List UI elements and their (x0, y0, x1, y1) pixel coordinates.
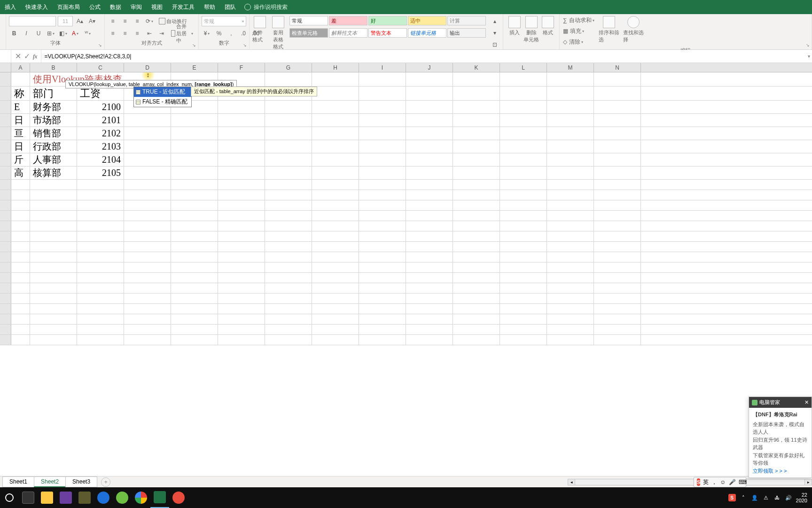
cell[interactable] (594, 200, 641, 210)
cell[interactable] (265, 231, 312, 241)
cell[interactable] (359, 325, 406, 334)
row-header[interactable] (0, 211, 11, 221)
cell[interactable] (171, 242, 218, 252)
column-header[interactable]: H (312, 63, 359, 72)
cell[interactable] (11, 72, 30, 86)
cell[interactable] (171, 283, 218, 293)
cell[interactable] (218, 140, 265, 153)
cell[interactable] (312, 304, 359, 314)
cell[interactable] (171, 127, 218, 140)
tray-network-icon[interactable]: 🖧 (773, 494, 781, 501)
cell[interactable] (171, 200, 218, 210)
cell[interactable] (124, 252, 171, 262)
cell[interactable] (359, 167, 406, 179)
row-header[interactable] (0, 273, 11, 283)
row-header[interactable] (0, 221, 11, 231)
cell[interactable] (453, 180, 500, 190)
taskbar-app-active[interactable] (150, 487, 169, 508)
cell[interactable] (547, 180, 594, 190)
tray-people-icon[interactable]: 👤 (751, 494, 758, 501)
cell[interactable] (218, 335, 265, 345)
cell[interactable] (594, 325, 641, 334)
cell[interactable] (171, 335, 218, 345)
cell[interactable] (312, 153, 359, 166)
cell[interactable] (500, 211, 547, 221)
cell[interactable] (547, 231, 594, 241)
cell[interactable] (218, 242, 265, 252)
cell[interactable] (218, 262, 265, 272)
cell[interactable] (406, 114, 453, 127)
cell[interactable] (594, 314, 641, 324)
cell[interactable] (359, 200, 406, 210)
cell[interactable] (171, 325, 218, 334)
cell-style-item[interactable]: 适中 (408, 16, 446, 25)
tray-notify-icon[interactable]: ⚠ (762, 494, 770, 501)
row-header[interactable] (0, 262, 11, 272)
clipboard-launcher-icon[interactable]: ↘ (804, 42, 811, 48)
cell[interactable] (218, 127, 265, 140)
name-box[interactable] (0, 50, 11, 63)
cell[interactable] (359, 211, 406, 221)
align-left-icon[interactable]: ≡ (108, 28, 118, 39)
cell[interactable] (406, 72, 453, 86)
cell[interactable] (265, 252, 312, 262)
cell[interactable] (124, 262, 171, 272)
cell[interactable] (312, 325, 359, 334)
cell[interactable] (312, 167, 359, 179)
cell[interactable] (30, 180, 77, 190)
cell[interactable] (124, 314, 171, 324)
cell[interactable] (171, 262, 218, 272)
cell[interactable] (265, 153, 312, 166)
cell[interactable] (453, 242, 500, 252)
cell[interactable] (453, 114, 500, 127)
cell[interactable] (218, 283, 265, 293)
cell[interactable] (218, 314, 265, 324)
cell[interactable] (547, 127, 594, 140)
align-right-icon[interactable]: ≡ (132, 28, 142, 39)
cell[interactable]: 2103 (77, 140, 124, 153)
styles-down-icon[interactable]: ▾ (490, 28, 500, 38)
cell[interactable] (265, 273, 312, 283)
sheet-tab[interactable]: Sheet3 (65, 476, 97, 487)
cell[interactable] (218, 101, 265, 113)
cell[interactable] (124, 273, 171, 283)
cell[interactable] (265, 335, 312, 345)
cell[interactable] (453, 101, 500, 113)
row-header[interactable] (0, 114, 11, 127)
cell[interactable] (30, 283, 77, 293)
cell[interactable] (124, 294, 171, 303)
cell[interactable] (594, 153, 641, 166)
ime-voice-icon[interactable]: 🎤 (729, 479, 736, 485)
cell[interactable] (312, 252, 359, 262)
find-select-button[interactable]: 查找和选择 (623, 15, 644, 43)
cell[interactable] (11, 273, 30, 283)
cell[interactable]: 财务部 (30, 101, 77, 113)
cell[interactable] (265, 190, 312, 200)
cell[interactable] (594, 140, 641, 153)
cell[interactable] (171, 221, 218, 231)
cell[interactable] (312, 87, 359, 100)
cell[interactable] (547, 242, 594, 252)
column-header[interactable]: I (359, 63, 406, 72)
cell[interactable] (359, 127, 406, 140)
cell[interactable] (547, 314, 594, 324)
cell[interactable] (453, 273, 500, 283)
cell[interactable] (265, 314, 312, 324)
cell[interactable] (312, 140, 359, 153)
indent-dec-icon[interactable]: ⇤ (144, 28, 155, 39)
cell[interactable] (406, 211, 453, 221)
scroll-right-icon[interactable]: ▸ (804, 479, 812, 485)
cell[interactable] (124, 167, 171, 179)
cell[interactable] (11, 262, 30, 272)
format-table-button[interactable]: 套用 表格格式 (271, 15, 286, 50)
cell[interactable]: 2104 (77, 153, 124, 166)
cell[interactable] (77, 273, 124, 283)
popup-close-icon[interactable]: ✕ (804, 399, 809, 405)
column-header[interactable]: K (453, 63, 500, 72)
bold-button[interactable]: B (9, 28, 19, 39)
cell[interactable] (453, 200, 500, 210)
cell[interactable] (265, 211, 312, 221)
cell[interactable] (500, 200, 547, 210)
row-header[interactable] (0, 101, 11, 113)
cell[interactable] (406, 335, 453, 345)
